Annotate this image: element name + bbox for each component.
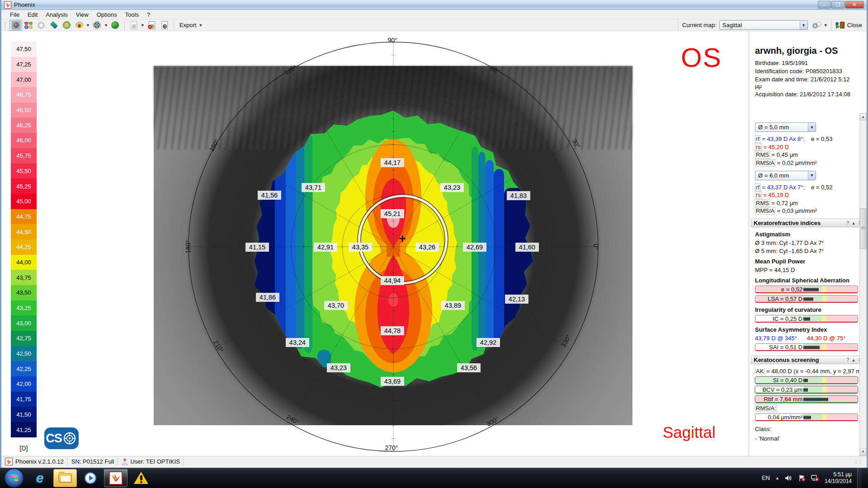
maximize-button[interactable]: ❐ [831,1,844,9]
ic-index-bar: IC = 0,25 D [755,315,858,323]
close-exam-button[interactable] [835,20,845,31]
rbf-index-bar: Rbf = 7,64 mm [755,395,858,403]
degree-label: 180° [184,240,192,253]
scale-cell: 45,75 [11,148,37,164]
acquisition-date: Acquisition date: 21/6/2012 17:14:08 [755,91,858,98]
scale-unit: [D] [11,445,37,452]
sai-index-bar: SAI = 0,51 D [755,343,858,351]
compare-dropdown-caret[interactable]: ▼ [141,23,145,28]
map-value-label: 41,60 [519,244,535,251]
help-icon[interactable]: ? [846,357,849,363]
taskbar-warning[interactable] [129,469,153,487]
compare-exams-button[interactable] [127,20,140,31]
chevron-down-icon[interactable]: ▼ [808,123,816,131]
astigmatism-title: Astigmatism [755,231,858,238]
system-tray: EN ▲ 5:51 μμ 14/10/2014 [762,468,868,488]
map-dropdown-caret[interactable]: ▼ [86,23,90,28]
document-minus-icon [149,21,155,29]
ak-key: AK [755,368,764,375]
pupil-button[interactable] [35,20,47,31]
keratoscopy-dropdown-caret[interactable]: ▼ [104,23,108,28]
scale-cell: 44,75 [11,209,37,225]
export-button[interactable]: Export▼ [177,21,207,29]
topography-icon [63,21,71,29]
minimize-button[interactable]: – [818,1,831,9]
scale-cell: 45,00 [11,194,37,209]
scale-cell: 43,75 [11,270,37,285]
clock[interactable]: 5:51 μμ 14/10/2014 [825,471,852,485]
main-content: 47,5047,2547,0046,7546,5046,2546,0045,75… [1,31,867,456]
scroll-down-arrow[interactable]: ▼ [860,448,866,455]
current-map-select[interactable]: Sagittal▼ [719,20,808,30]
degree-label: 0° [592,244,599,249]
scale-cell: 42,75 [11,331,37,346]
map-settings-button[interactable] [811,20,823,31]
eye-image-button[interactable] [9,20,22,31]
show-desktop-button[interactable] [857,468,862,488]
diameter5-select[interactable]: Ø = 5,0 mm▼ [755,122,816,132]
menu-analysis[interactable]: Analysis [42,10,71,19]
keratoscopy-button[interactable] [91,20,104,31]
taskbar-ie[interactable]: e [28,469,52,487]
chevron-down-icon[interactable]: ▼ [808,171,816,180]
scale-cell: 44,00 [11,255,37,270]
network-icon[interactable] [811,474,819,482]
diameter6-select[interactable]: Ø = 6,0 mm▼ [755,171,816,180]
scale-cell: 47,00 [11,72,37,87]
panel-scrollbar[interactable]: ▲ ▼ [859,113,867,456]
collapse-icon[interactable]: ▴ [852,357,855,363]
menu-file[interactable]: File [6,10,24,19]
surface-3d-button[interactable] [47,20,60,31]
patient-id: Identification code: P0850201833 [755,68,858,75]
action-center-flag-icon[interactable] [798,474,806,482]
map-value-label: 43,26 [419,244,435,251]
topography-button[interactable] [60,20,73,31]
exam-rings-button[interactable] [158,20,171,31]
menu-view[interactable]: View [72,10,93,19]
scrollbar-thumb[interactable] [860,208,866,249]
rf-value: = 43,37 D Ax 7°; [762,184,805,191]
taskbar-media-player[interactable] [79,469,102,487]
taskbar-explorer[interactable] [53,469,77,487]
scale-cell: 46,75 [11,87,37,103]
scale-cell: 46,50 [11,103,37,118]
taskbar-phoenix[interactable] [104,469,127,487]
scale-cell: 43,25 [11,300,37,316]
chevron-down-icon[interactable]: ▼ [800,21,807,29]
scale-cell: 41,75 [11,392,37,407]
menu-help[interactable]: ? [143,10,154,19]
scale-cell: 46,00 [11,133,37,148]
close-exam-label[interactable]: Close [847,22,862,28]
scroll-up-arrow[interactable]: ▲ [860,113,866,121]
menu-bar: File Edit Analysis View Options Tools ? [1,10,867,19]
altimetric-map-button[interactable] [73,20,85,31]
exit-door-icon [835,21,844,29]
tray-expand-icon[interactable]: ▲ [775,476,779,480]
start-button[interactable] [5,469,24,488]
close-window-button[interactable]: ✕ [845,1,864,9]
degree-label: 60° [489,64,500,75]
settings-dropdown-caret[interactable]: ▼ [824,23,828,28]
volume-icon[interactable] [785,474,793,482]
menu-edit[interactable]: Edit [24,10,42,19]
toolbar-grip [5,21,7,29]
menu-options[interactable]: Options [93,10,121,19]
language-indicator[interactable]: EN [762,474,770,481]
green-sphere-icon [111,21,119,29]
green-sphere-button[interactable] [109,20,122,31]
multimap-button[interactable] [22,20,35,31]
map-value-label: 44,94 [384,277,401,284]
warning-triangle-icon [134,472,148,484]
mpp-value: MPP = 44,15 D [755,267,858,273]
map-value-label: 42,69 [467,244,483,251]
rs-value: = 45,19 D [763,192,789,198]
help-icon[interactable]: ? [846,220,849,226]
subtract-exam-button[interactable] [146,20,158,31]
menu-tools[interactable]: Tools [121,10,143,19]
collapse-icon[interactable]: ▴ [852,220,855,226]
astig-3mm: Ø 3 mm: Cyl -1,77 D Ax 7° [755,239,858,246]
sagittal-map-view: 90°120°60°150°30°180°0°210°330°240°300°2… [41,31,749,456]
internet-explorer-icon: e [36,470,44,486]
rf-value: = 43,39 D Ax 8°; [762,136,805,142]
surface-3d-icon [50,21,58,29]
